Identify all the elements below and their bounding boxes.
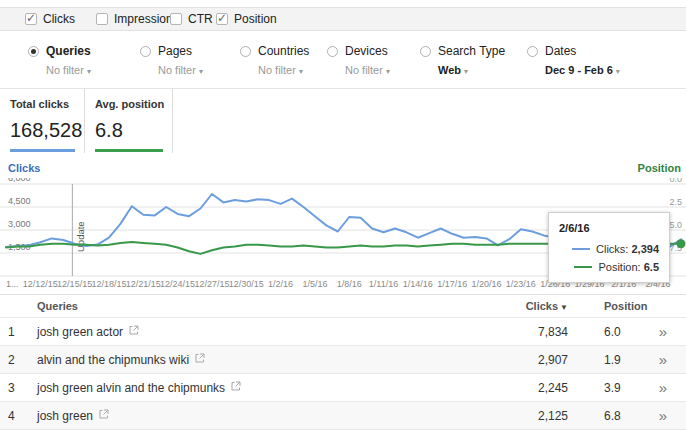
dropdown-caret-icon: ▾ xyxy=(87,67,91,76)
expand-row-chevron-icon[interactable]: » xyxy=(659,323,667,340)
total-clicks-card: Total clicks 168,528 xyxy=(0,89,85,153)
avg-position-value: 6.8 xyxy=(95,119,172,142)
countries-radio[interactable]: Countries xyxy=(240,44,309,58)
row-rank: 2 xyxy=(0,346,30,374)
tooltip-clicks-row: Clicks: 2,394 xyxy=(559,243,659,255)
svg-text:12/21/15: 12/21/15 xyxy=(126,279,161,289)
countries-filter-dropdown[interactable]: No filter▾ xyxy=(258,64,309,76)
row-clicks: 2,245 xyxy=(510,374,575,402)
svg-text:1/2/16: 1/2/16 xyxy=(268,279,293,289)
query-text[interactable]: josh green alvin and the chipmunks xyxy=(37,381,225,395)
query-row: 2 alvin and the chipmunks wiki 2,907 1.9… xyxy=(0,346,686,374)
svg-text:1/20/16: 1/20/16 xyxy=(471,279,501,289)
expand-row-chevron-icon[interactable]: » xyxy=(659,407,667,424)
dates-filter-dropdown[interactable]: Dec 9 - Feb 6▾ xyxy=(545,64,620,76)
external-link-icon[interactable] xyxy=(195,352,205,366)
svg-text:2.5: 2.5 xyxy=(669,197,682,207)
radio-icon xyxy=(28,46,39,57)
tooltip-position-text: Position: 6.5 xyxy=(598,261,659,273)
row-clicks: 2,125 xyxy=(510,402,575,430)
svg-text:12/24/15: 12/24/15 xyxy=(160,279,195,289)
devices-radio[interactable]: Devices xyxy=(327,44,390,58)
clicks-checkbox[interactable]: Clicks xyxy=(25,12,75,26)
query-text[interactable]: josh green xyxy=(37,409,93,423)
svg-text:1/14/16: 1/14/16 xyxy=(403,279,433,289)
queries-table: Queries Clicks▼ Position 1 josh green ac… xyxy=(0,295,686,430)
dimension-filter-bar: Queries No filter▾ Pages No filter▾ Coun… xyxy=(0,32,686,89)
filter-group-search-type: Search Type Web▾ xyxy=(420,44,505,76)
checkbox-icon xyxy=(216,13,228,25)
filter-group-devices: Devices No filter▾ xyxy=(327,44,390,76)
metric-toolbar: Clicks Impressions CTR Position xyxy=(0,7,686,31)
search-type-radio[interactable]: Search Type xyxy=(420,44,505,58)
svg-text:1/5/16: 1/5/16 xyxy=(302,279,327,289)
dates-radio[interactable]: Dates xyxy=(527,44,620,58)
dropdown-caret-icon: ▾ xyxy=(199,67,203,76)
table-header-row: Queries Clicks▼ Position xyxy=(0,295,686,318)
filter-group-dates: Dates Dec 9 - Feb 6▾ xyxy=(527,44,620,76)
impressions-checkbox-label: Impressions xyxy=(114,12,179,26)
queries-filter-dropdown[interactable]: No filter▾ xyxy=(46,64,91,76)
filter-group-countries: Countries No filter▾ xyxy=(240,44,309,76)
row-position: 6.0 xyxy=(575,318,640,346)
pages-filter-dropdown[interactable]: No filter▾ xyxy=(158,64,203,76)
dropdown-caret-icon: ▾ xyxy=(464,67,468,76)
checkbox-icon xyxy=(96,13,108,25)
row-rank: 4 xyxy=(0,402,30,430)
queries-radio[interactable]: Queries xyxy=(28,44,91,58)
svg-text:12/18/15: 12/18/15 xyxy=(91,279,126,289)
svg-text:Update: Update xyxy=(75,221,86,252)
external-link-icon[interactable] xyxy=(129,324,139,338)
radio-icon xyxy=(527,46,538,57)
devices-radio-label: Devices xyxy=(345,44,388,58)
svg-text:12/30/15: 12/30/15 xyxy=(229,279,264,289)
radio-icon xyxy=(327,46,338,57)
position-header[interactable]: Position xyxy=(575,295,640,318)
tooltip-clicks-text: Clicks: 2,394 xyxy=(596,243,659,255)
ctr-checkbox[interactable]: CTR xyxy=(170,12,213,26)
svg-text:1/11/16: 1/11/16 xyxy=(369,279,398,289)
tooltip-position-row: Position: 6.5 xyxy=(559,261,659,273)
clicks-line-swatch xyxy=(572,248,590,250)
svg-text:5.0: 5.0 xyxy=(669,220,682,230)
dates-radio-label: Dates xyxy=(545,44,576,58)
impressions-checkbox[interactable]: Impressions xyxy=(96,12,179,26)
expand-row-chevron-icon[interactable]: » xyxy=(659,351,667,368)
countries-radio-label: Countries xyxy=(258,44,309,58)
chart-right-axis-title: Position xyxy=(638,162,681,174)
row-rank: 3 xyxy=(0,374,30,402)
row-clicks: 2,907 xyxy=(510,346,575,374)
radio-icon xyxy=(140,46,151,57)
clicks-checkbox-label: Clicks xyxy=(43,12,75,26)
query-text[interactable]: alvin and the chipmunks wiki xyxy=(37,353,189,367)
svg-text:12/27/15: 12/27/15 xyxy=(194,279,229,289)
position-checkbox-label: Position xyxy=(234,12,277,26)
devices-filter-dropdown[interactable]: No filter▾ xyxy=(345,64,390,76)
chart-tooltip: 2/6/16 Clicks: 2,394 Position: 6.5 xyxy=(548,212,670,283)
svg-text:1/8/16: 1/8/16 xyxy=(337,279,362,289)
clicks-sort-header[interactable]: Clicks▼ xyxy=(510,295,575,318)
svg-text:12/15/15: 12/15/15 xyxy=(57,279,92,289)
dropdown-caret-icon: ▾ xyxy=(616,67,620,76)
external-link-icon[interactable] xyxy=(231,380,241,394)
query-row: 3 josh green alvin and the chipmunks 2,2… xyxy=(0,374,686,402)
tooltip-date: 2/6/16 xyxy=(559,222,659,234)
query-row: 1 josh green actor 7,834 6.0 » xyxy=(0,318,686,346)
dropdown-caret-icon: ▾ xyxy=(299,67,303,76)
filter-group-pages: Pages No filter▾ xyxy=(140,44,203,76)
pages-radio[interactable]: Pages xyxy=(140,44,203,58)
query-text[interactable]: josh green actor xyxy=(37,325,123,339)
position-checkbox[interactable]: Position xyxy=(216,12,277,26)
filter-group-queries: Queries No filter▾ xyxy=(28,44,91,76)
chart-left-axis-title: Clicks xyxy=(8,162,40,174)
total-clicks-underline xyxy=(10,149,75,152)
svg-text:1/17/16: 1/17/16 xyxy=(437,279,467,289)
checkbox-icon xyxy=(170,13,182,25)
total-clicks-value: 168,528 xyxy=(10,119,84,142)
expand-row-chevron-icon[interactable]: » xyxy=(659,379,667,396)
pages-radio-label: Pages xyxy=(158,44,192,58)
external-link-icon[interactable] xyxy=(99,408,109,422)
svg-text:3,000: 3,000 xyxy=(8,219,31,229)
search-type-filter-dropdown[interactable]: Web▾ xyxy=(438,64,505,76)
avg-position-underline xyxy=(95,149,163,152)
